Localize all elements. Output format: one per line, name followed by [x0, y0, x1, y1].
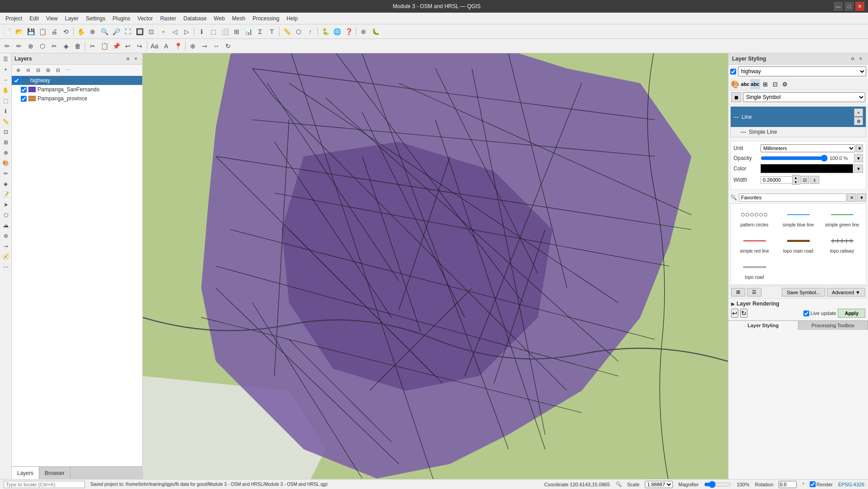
zoom-last-button[interactable]: ◁: [169, 26, 180, 37]
style-side-button[interactable]: 🎨: [1, 158, 11, 168]
render-undo-button[interactable]: ↩: [731, 309, 738, 318]
layer-pampanga-province[interactable]: Pampanga_province: [12, 94, 142, 103]
zoom-in-button[interactable]: 🔍: [99, 26, 110, 37]
digitize-button[interactable]: ✏: [14, 41, 24, 52]
label2-button[interactable]: Aa: [149, 41, 160, 52]
split-button[interactable]: ✂: [49, 41, 60, 52]
georef2-button[interactable]: ⊕: [187, 41, 198, 52]
render-checkbox[interactable]: [810, 481, 816, 487]
opacity-slider[interactable]: [761, 156, 828, 160]
ls-layer-checkbox[interactable]: [730, 69, 736, 75]
save-as-button[interactable]: 📋: [37, 26, 48, 37]
ls-color-icon-button[interactable]: 🎨: [730, 79, 740, 89]
menu-mesh[interactable]: Mesh: [229, 14, 249, 23]
sym-tile-topo-main[interactable]: topo main road: [777, 232, 819, 256]
pan-side-button[interactable]: ✋: [1, 85, 11, 95]
save-symbol-button[interactable]: Save Symbol...: [782, 288, 825, 296]
menu-raster[interactable]: Raster: [157, 14, 180, 23]
python-button[interactable]: 🐍: [320, 26, 331, 37]
tab-browser[interactable]: Browser: [39, 467, 70, 479]
redo-button[interactable]: ↪: [134, 41, 145, 52]
advanced-button[interactable]: Advanced ▼: [827, 288, 865, 296]
layers-panel-close-button[interactable]: ✕: [132, 55, 140, 62]
layer-highway[interactable]: highway: [12, 76, 142, 85]
sym-tile-blue-line[interactable]: simple blue line: [777, 206, 819, 230]
more-side-button[interactable]: ⋯: [1, 262, 11, 272]
ls-sym-type-dropdown[interactable]: Single Symbol: [743, 92, 865, 102]
locate-input[interactable]: [4, 481, 85, 488]
identify-side-button[interactable]: ℹ: [1, 106, 11, 116]
rotate-button[interactable]: ↻: [223, 41, 233, 52]
select-side-button[interactable]: ⬚: [1, 96, 11, 106]
edit2-button[interactable]: ⊕: [25, 41, 36, 52]
nav-side-button[interactable]: 🧭: [1, 252, 11, 262]
vertex-button[interactable]: ◈: [61, 41, 71, 52]
menu-project[interactable]: Project: [2, 14, 26, 23]
ls-history-button[interactable]: ⊡: [770, 79, 780, 89]
copy-button[interactable]: 📋: [99, 41, 110, 52]
gps-button[interactable]: ⊕: [1, 148, 11, 158]
favorites-clear-button[interactable]: ✕: [847, 193, 856, 202]
sym-tile-topo-road[interactable]: topo road: [733, 258, 775, 282]
identify-button[interactable]: ℹ: [196, 26, 207, 37]
menu-plugins[interactable]: Plugins: [109, 14, 134, 23]
paste-button[interactable]: 📌: [111, 41, 121, 52]
width-expr-button[interactable]: ε: [810, 176, 819, 184]
transform-button[interactable]: ↔: [211, 41, 222, 52]
plugin1-button[interactable]: 🌐: [331, 26, 342, 37]
measure-button[interactable]: 📏: [281, 26, 292, 37]
menu-vector[interactable]: Vector: [134, 14, 157, 23]
debug-button[interactable]: 🐛: [370, 26, 381, 37]
opacity-more-button[interactable]: ▼: [854, 154, 863, 162]
apply-button[interactable]: Apply: [838, 309, 865, 318]
ls-abc2-button[interactable]: abc: [750, 79, 760, 89]
label-button[interactable]: T: [266, 26, 277, 37]
reshape-button[interactable]: ⬡: [37, 41, 48, 52]
ls-chart-button[interactable]: ⊞: [760, 79, 770, 89]
zoom-layer-button[interactable]: ⊡: [146, 26, 157, 37]
georef-side-button[interactable]: ⊛: [1, 231, 11, 241]
save-project-button[interactable]: 💾: [25, 26, 36, 37]
open-project-button[interactable]: 📂: [14, 26, 24, 37]
expand-all-button[interactable]: ⊞: [43, 66, 52, 75]
live-update-label[interactable]: Live update: [803, 310, 836, 316]
ls-abc-button[interactable]: abc: [740, 79, 750, 89]
print-button[interactable]: 🖨: [49, 26, 60, 37]
zoom-out-side-button[interactable]: −: [1, 75, 11, 85]
width-down-button[interactable]: ▼: [793, 180, 799, 184]
pan-button[interactable]: ✋: [75, 26, 86, 37]
live-update-checkbox[interactable]: [803, 310, 809, 316]
render-sync-button[interactable]: ↻: [740, 309, 747, 318]
digitize-side-button[interactable]: ⬡: [1, 210, 11, 220]
select-button[interactable]: ⬚: [208, 26, 219, 37]
menu-edit[interactable]: Edit: [26, 14, 42, 23]
minimize-button[interactable]: —: [834, 2, 843, 11]
width-up-button[interactable]: ▲: [793, 175, 799, 180]
rp-tab-processing-toolbox[interactable]: Processing Toolbox: [798, 321, 868, 330]
zoom-out-button[interactable]: 🔎: [111, 26, 121, 37]
statistics-button[interactable]: 📊: [243, 26, 254, 37]
undo-button[interactable]: ⟲: [61, 26, 71, 37]
new-project-button[interactable]: 📄: [2, 26, 13, 37]
meas3-side-button[interactable]: ⊞: [1, 137, 11, 147]
zoom-next-button[interactable]: ▷: [181, 26, 192, 37]
render-checkbox-label[interactable]: Render: [810, 481, 833, 487]
map-canvas[interactable]: [143, 53, 728, 479]
rotation-input[interactable]: [779, 481, 797, 488]
undo2-button[interactable]: ↩: [122, 41, 133, 52]
meas2-side-button[interactable]: ⊡: [1, 127, 11, 137]
zoom-full-button[interactable]: ⛶: [122, 26, 133, 37]
menu-view[interactable]: View: [42, 14, 61, 23]
sym-list-view-button[interactable]: ☰: [747, 288, 761, 296]
sym-add-button[interactable]: +: [854, 108, 863, 117]
field-calc-button[interactable]: Σ: [255, 26, 266, 37]
menu-web[interactable]: Web: [210, 14, 228, 23]
ls-sym-icon-button[interactable]: ◼: [731, 92, 741, 102]
close-button[interactable]: ✕: [855, 2, 864, 11]
rp-tab-layer-styling[interactable]: Layer Styling: [728, 321, 798, 330]
unit-dropdown[interactable]: Millimeters: [761, 144, 855, 152]
width-input[interactable]: [761, 176, 792, 183]
ls-close-button[interactable]: ✕: [857, 55, 864, 62]
relief-side-button[interactable]: ⛰: [1, 221, 11, 230]
snap-side-button[interactable]: ⊸: [1, 241, 11, 251]
